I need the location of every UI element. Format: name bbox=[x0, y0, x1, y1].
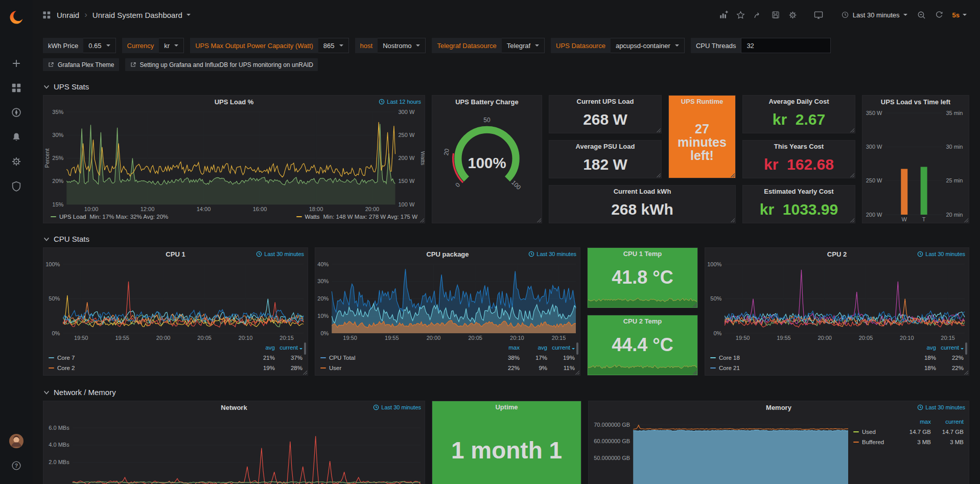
series-toggle[interactable]: Core 18 bbox=[710, 355, 908, 361]
panel-resize-handle[interactable] bbox=[302, 370, 307, 375]
dashboard-settings-gear-icon[interactable] bbox=[785, 7, 801, 22]
legend-col-sorted[interactable]: current bbox=[547, 344, 575, 351]
panel-title[interactable]: CPU 2 Temp bbox=[588, 315, 697, 326]
panel-title[interactable]: UPS Runtime bbox=[669, 96, 735, 106]
panel-title[interactable]: Current UPS Load bbox=[549, 96, 661, 106]
ups-load-chart[interactable]: 35%300 W30%250 W25%200 W20%150 W15%100 W… bbox=[43, 109, 425, 213]
dashboard-title-dropdown[interactable]: Unraid System Dashboard bbox=[92, 11, 191, 19]
breadcrumb-folder[interactable]: Unraid bbox=[57, 11, 79, 19]
configuration-gear-icon[interactable] bbox=[5, 150, 28, 173]
panel-title[interactable]: CPU 1 Temp bbox=[588, 248, 697, 259]
variable-label: UPS Max Output Power Capacity (Watt) bbox=[190, 38, 318, 53]
refresh-interval-dropdown[interactable]: 5s bbox=[948, 7, 971, 22]
variable-value-dropdown[interactable]: apcupsd-container bbox=[611, 38, 685, 53]
ups-load-vs-time-chart[interactable]: 350 W35 min300 W30 min250 W25 min200 W20… bbox=[862, 109, 969, 223]
legend-col[interactable]: max bbox=[492, 344, 520, 351]
panel-resize-handle[interactable] bbox=[964, 218, 968, 222]
link-grafana-plex-theme[interactable]: Grafana Plex Theme bbox=[43, 58, 119, 71]
panel-title[interactable]: Average PSU Load bbox=[549, 141, 661, 151]
server-admin-shield-icon[interactable] bbox=[5, 175, 28, 197]
series-toggle[interactable]: Core 2 bbox=[49, 365, 247, 371]
legend-item[interactable]: Watts Min: 148 W Max: 278 W Avg: 175 W bbox=[296, 214, 417, 220]
cpu-package-chart[interactable]: 40%30%20%10%0%19:5019:5520:0020:0520:102… bbox=[315, 261, 580, 341]
cpu2-chart[interactable]: 100%50%0%19:5019:5520:0020:0520:1020:15 bbox=[705, 261, 969, 341]
variable-value-dropdown[interactable]: 0.65 bbox=[83, 38, 115, 53]
legend-col[interactable]: current bbox=[931, 419, 964, 425]
series-toggle[interactable]: Core 7 bbox=[49, 355, 247, 361]
refresh-button[interactable] bbox=[931, 7, 947, 22]
series-toggle[interactable]: CPU Total bbox=[320, 355, 492, 361]
navbar: Unraid › Unraid System Dashboard bbox=[33, 0, 980, 30]
variable-value-dropdown[interactable]: Telegraf bbox=[502, 38, 545, 53]
legend-col-sorted[interactable]: current bbox=[936, 344, 964, 351]
share-button[interactable] bbox=[750, 7, 766, 22]
panel-resize-handle[interactable] bbox=[575, 370, 579, 375]
panel-resize-handle[interactable] bbox=[730, 173, 735, 177]
panel-title[interactable]: Current Load kWh bbox=[549, 186, 735, 196]
panel-resize-handle[interactable] bbox=[656, 128, 661, 132]
legend-col[interactable]: max bbox=[898, 419, 931, 425]
cpu1-chart[interactable]: 100%50%0%19:5019:5520:0020:0520:1020:15 bbox=[43, 261, 308, 341]
variable-value-dropdown[interactable]: kr bbox=[159, 38, 184, 53]
create-icon[interactable] bbox=[5, 52, 28, 75]
explore-compass-icon[interactable] bbox=[5, 101, 28, 124]
panel-title[interactable]: Average Daily Cost bbox=[743, 96, 855, 106]
panel-resize-handle[interactable] bbox=[964, 370, 968, 375]
panel-resize-handle[interactable] bbox=[656, 173, 661, 177]
variable-label: Telegraf Datasource bbox=[432, 38, 501, 53]
series-toggle[interactable]: Buffered bbox=[853, 439, 898, 445]
add-panel-button[interactable] bbox=[715, 7, 732, 22]
panel-resize-handle[interactable] bbox=[419, 218, 424, 222]
panel-resize-handle[interactable] bbox=[850, 218, 854, 222]
panel-title[interactable]: UPS Load % bbox=[43, 96, 425, 109]
series-toggle[interactable]: Core 21 bbox=[710, 365, 908, 371]
cycle-view-monitor-icon[interactable] bbox=[810, 7, 827, 22]
memory-chart[interactable]: 70.000000 GB60.000000 GB50.000000 GB bbox=[589, 414, 852, 484]
variable-value-dropdown[interactable]: 865 bbox=[318, 38, 349, 53]
panel-title[interactable]: UPS Load vs Time left bbox=[862, 96, 969, 109]
series-toggle[interactable]: Used bbox=[853, 429, 898, 435]
svg-text:Percent: Percent bbox=[44, 149, 50, 168]
time-picker-button[interactable]: Last 30 minutes bbox=[836, 7, 913, 22]
help-icon[interactable]: ? bbox=[5, 454, 28, 477]
svg-text:18:00: 18:00 bbox=[309, 206, 323, 212]
panel-title[interactable]: Memory bbox=[589, 401, 969, 414]
panel-resize-handle[interactable] bbox=[730, 218, 735, 222]
legend-col-sorted[interactable]: current bbox=[275, 344, 302, 351]
grafana-logo-icon[interactable] bbox=[5, 6, 28, 29]
variable-value-dropdown[interactable]: Nostromo bbox=[378, 38, 426, 53]
user-avatar[interactable] bbox=[5, 430, 28, 452]
apps-grid-icon[interactable] bbox=[42, 10, 52, 20]
series-toggle[interactable]: User bbox=[320, 365, 492, 371]
dashboards-icon[interactable] bbox=[5, 77, 28, 99]
panel-title[interactable]: UPS Battery Charge bbox=[432, 96, 542, 109]
legend-scrollbar[interactable] bbox=[965, 342, 967, 355]
network-chart[interactable]: 6.0 MBs4.0 MBs2.0 MBs bbox=[43, 414, 425, 484]
link-ups-monitoring-guide[interactable]: Setting up Grafana and InfluxDB for UPS … bbox=[125, 58, 318, 71]
star-button[interactable] bbox=[733, 7, 749, 22]
legend-scrollbar[interactable] bbox=[304, 342, 306, 355]
panel-title[interactable]: Estimated Yearly Cost bbox=[743, 186, 855, 196]
legend-col[interactable]: avg bbox=[520, 344, 547, 351]
cpu-threads-input[interactable] bbox=[741, 38, 831, 53]
row-header-cpu-stats[interactable]: CPU Stats bbox=[33, 223, 980, 243]
legend-scrollbar[interactable] bbox=[576, 342, 578, 355]
row-header-network-memory[interactable]: Network / Memory bbox=[33, 376, 980, 397]
panel-title[interactable]: This Years Cost bbox=[743, 141, 855, 151]
zoom-out-button[interactable] bbox=[914, 7, 930, 22]
save-button[interactable] bbox=[767, 7, 784, 22]
legend-item[interactable]: UPS Load Min: 17% Max: 32% Avg: 20% bbox=[51, 214, 168, 220]
legend-col[interactable]: avg bbox=[908, 344, 936, 351]
legend-col[interactable]: avg bbox=[247, 344, 275, 351]
panel-resize-handle[interactable] bbox=[536, 218, 541, 222]
cpu-temp-column: CPU 1 Temp 41.8 °C CPU 2 Temp 44.4 °C bbox=[587, 247, 698, 376]
panel-resize-handle[interactable] bbox=[692, 303, 697, 307]
panel-resize-handle[interactable] bbox=[850, 173, 854, 177]
panel-resize-handle[interactable] bbox=[850, 128, 854, 132]
row-header-ups-stats[interactable]: UPS Stats bbox=[33, 71, 980, 91]
panel-resize-handle[interactable] bbox=[692, 370, 697, 375]
alerting-bell-icon[interactable] bbox=[5, 126, 28, 148]
panel-title[interactable]: Uptime bbox=[432, 401, 581, 412]
panel-title[interactable]: Network bbox=[43, 401, 425, 414]
ups-stats-row: UPS Load % Last 12 hours 35%300 W30%250 … bbox=[33, 91, 980, 223]
